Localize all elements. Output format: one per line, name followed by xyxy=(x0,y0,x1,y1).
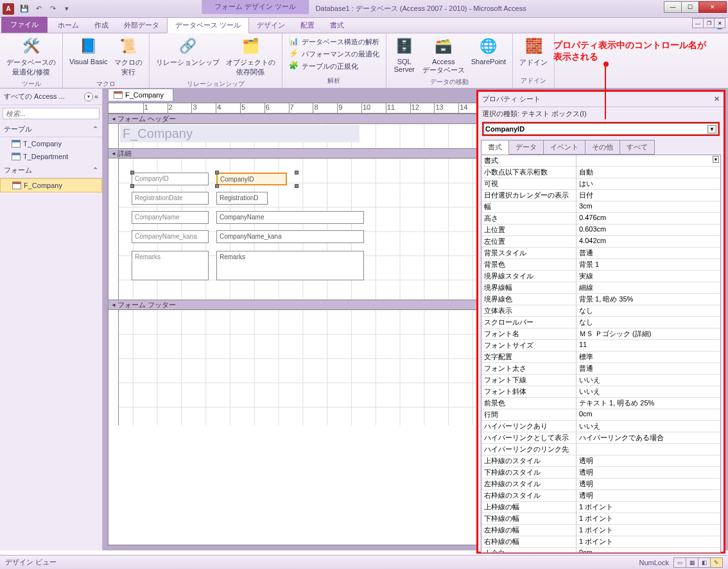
normalize-table-button[interactable]: 🧩テーブルの正規化 xyxy=(288,60,381,72)
property-sheet-close-icon[interactable]: ✕ xyxy=(714,95,720,103)
property-value[interactable]: 背景 1 xyxy=(576,259,720,270)
property-value[interactable]: 4.042cm xyxy=(576,236,720,247)
design-view-button[interactable]: ✎ xyxy=(710,557,723,568)
property-row[interactable]: 背景スタイル普通 xyxy=(481,248,720,259)
addins-button[interactable]: 🧱アドイン xyxy=(517,35,550,69)
tab-arrange[interactable]: 配置 xyxy=(293,18,322,33)
property-control-selector[interactable]: CompanyID xyxy=(483,123,718,135)
property-value[interactable] xyxy=(576,155,720,166)
vertical-ruler[interactable] xyxy=(108,124,119,148)
property-row[interactable]: 下枠線のスタイル透明 xyxy=(481,467,720,479)
property-value[interactable]: いいえ xyxy=(576,386,720,397)
tab-database-tools[interactable]: データベース ツール xyxy=(167,17,249,33)
qat-customize-icon[interactable]: ▾ xyxy=(60,3,73,15)
save-icon[interactable]: 💾 xyxy=(18,3,31,15)
property-row[interactable]: フォント斜体いいえ xyxy=(481,386,720,398)
property-tab[interactable]: その他 xyxy=(585,140,620,155)
form-view-button[interactable]: ▭ xyxy=(673,557,686,568)
property-row[interactable]: 左枠線のスタイル透明 xyxy=(481,479,720,490)
field-control[interactable]: CompanyName xyxy=(216,211,364,224)
property-row[interactable]: 背景色背景 1 xyxy=(481,259,720,271)
property-value[interactable]: 実線 xyxy=(576,271,720,282)
property-value[interactable]: 透明 xyxy=(576,467,720,478)
property-row[interactable]: ハイパーリンクのリンク先 xyxy=(481,444,720,455)
field-control[interactable]: Remarks xyxy=(216,251,364,280)
property-row[interactable]: 上位置0.603cm xyxy=(481,225,720,236)
property-tab[interactable]: すべて xyxy=(620,140,655,155)
mdi-minimize-button[interactable]: — xyxy=(692,18,704,28)
property-row[interactable]: フォント太さ普通 xyxy=(481,363,720,375)
analyze-performance-button[interactable]: ⚡パフォーマンスの最適化 xyxy=(288,48,381,60)
compact-repair-button[interactable]: 🛠️データベースの 最適化/修復 xyxy=(4,35,58,78)
tab-home[interactable]: ホーム xyxy=(50,18,87,33)
property-tab[interactable]: データ xyxy=(508,140,544,155)
property-row[interactable]: フォントサイズ11 xyxy=(481,340,720,352)
field-label[interactable]: CompanyID xyxy=(132,173,209,185)
tab-design[interactable]: デザイン xyxy=(249,18,293,33)
nav-collapse-icon[interactable]: « xyxy=(94,92,98,101)
property-row[interactable]: 小数点以下表示桁数自動 xyxy=(481,167,720,178)
run-macro-button[interactable]: 📜マクロの 実行 xyxy=(112,35,145,78)
sql-server-button[interactable]: 🗄️SQL Server xyxy=(390,35,419,74)
tab-file[interactable]: ファイル xyxy=(1,17,48,33)
nav-item-t-department[interactable]: T_Department xyxy=(0,150,102,163)
property-row[interactable]: 書式 xyxy=(481,155,720,167)
field-control[interactable]: RegistrationD xyxy=(216,192,268,205)
redo-icon[interactable]: ↷ xyxy=(46,3,59,15)
property-value[interactable]: 1 ポイント xyxy=(576,525,720,536)
vertical-ruler[interactable] xyxy=(108,310,119,425)
relationships-button[interactable]: 🔗リレーションシップ xyxy=(153,35,222,69)
property-value[interactable]: 普通 xyxy=(576,248,720,259)
property-row[interactable]: 文字配置標準 xyxy=(481,352,720,363)
nav-dropdown-icon[interactable]: ▾ xyxy=(84,92,93,101)
property-value[interactable]: 細線 xyxy=(576,282,720,293)
nav-category-forms[interactable]: フォーム⌃ xyxy=(0,163,102,178)
property-row[interactable]: 上余白0cm xyxy=(481,548,720,553)
field-control[interactable]: CompanyName_kana xyxy=(216,230,364,243)
property-row[interactable]: フォント下線いいえ xyxy=(481,375,720,386)
property-row[interactable]: フォント名ＭＳ Ｐゴシック (詳細) xyxy=(481,328,720,340)
sharepoint-button[interactable]: 🌐SharePoint xyxy=(469,35,508,67)
property-value[interactable] xyxy=(576,444,720,455)
property-row[interactable]: 上枠線の幅1 ポイント xyxy=(481,502,720,513)
field-control[interactable]: CompanyID xyxy=(216,173,287,185)
property-value[interactable]: 背景 1, 暗め 35% xyxy=(576,294,720,305)
property-row[interactable]: 高さ0.476cm xyxy=(481,213,720,225)
property-value[interactable]: 普通 xyxy=(576,363,720,374)
field-label[interactable]: Remarks xyxy=(132,251,209,280)
object-dependencies-button[interactable]: 🗂️オブジェクトの 依存関係 xyxy=(223,35,278,78)
property-row[interactable]: 境界線スタイル実線 xyxy=(481,271,720,282)
property-value[interactable]: 3cm xyxy=(576,201,720,212)
tab-external-data[interactable]: 外部データ xyxy=(116,18,167,33)
field-label[interactable]: RegistrationDate xyxy=(132,192,209,205)
property-value[interactable]: 11 xyxy=(576,340,720,351)
property-value[interactable]: 標準 xyxy=(576,352,720,362)
property-row[interactable]: 境界線色背景 1, 暗め 35% xyxy=(481,294,720,305)
close-button[interactable]: ✕ xyxy=(698,1,727,13)
visual-basic-button[interactable]: 📘Visual Basic xyxy=(67,35,110,67)
property-row[interactable]: スクロールバーなし xyxy=(481,317,720,328)
nav-category-tables[interactable]: テーブル⌃ xyxy=(0,122,102,137)
property-value[interactable]: テキスト 1, 明るめ 25% xyxy=(576,398,720,409)
property-value[interactable]: 自動 xyxy=(576,167,720,178)
layout-view-button[interactable]: ◧ xyxy=(698,557,711,568)
property-row[interactable]: 日付選択カレンダーの表示日付 xyxy=(481,190,720,201)
property-value[interactable]: はい xyxy=(576,178,720,189)
property-value[interactable]: 日付 xyxy=(576,190,720,201)
mdi-restore-button[interactable]: ❐ xyxy=(703,18,715,28)
property-row[interactable]: 行間0cm xyxy=(481,409,720,421)
property-value[interactable]: 0cm xyxy=(576,409,720,420)
nav-item-t-company[interactable]: T_Company xyxy=(0,137,102,150)
property-row[interactable]: 右枠線のスタイル透明 xyxy=(481,490,720,502)
tab-format[interactable]: 書式 xyxy=(322,18,352,33)
field-label[interactable]: CompanyName xyxy=(132,211,209,224)
analyze-structure-button[interactable]: 📊データベース構造の解析 xyxy=(288,36,381,47)
form-title-label[interactable]: F_Company xyxy=(120,125,360,142)
property-row[interactable]: ハイパーリンクとして表示ハイパーリンクである場合 xyxy=(481,432,720,444)
property-value[interactable]: 0.603cm xyxy=(576,225,720,235)
maximize-button[interactable]: ☐ xyxy=(681,1,699,13)
property-tab[interactable]: 書式 xyxy=(481,140,509,155)
property-grid[interactable]: 書式小数点以下表示桁数自動可視はい日付選択カレンダーの表示日付幅3cm高さ0.4… xyxy=(481,155,721,553)
nav-item-f-company[interactable]: F_Company xyxy=(0,178,102,192)
property-value[interactable]: ＭＳ Ｐゴシック (詳細) xyxy=(576,328,720,339)
